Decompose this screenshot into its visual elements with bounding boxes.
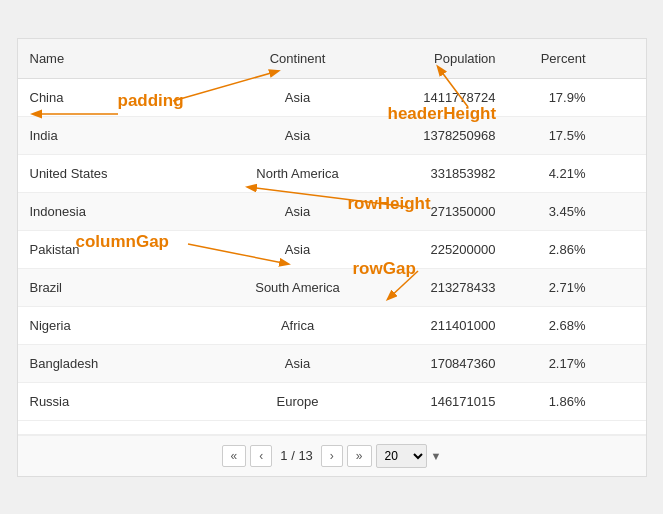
cell-continent: Europe <box>218 389 378 414</box>
header-percent: Percent <box>508 47 598 70</box>
table-container: padding headerHeight rowHeight columnGap… <box>17 38 647 477</box>
cell-population: 271350000 <box>378 199 508 224</box>
cell-name: India <box>18 123 218 148</box>
table-row: Russia Europe 146171015 1.86% <box>18 383 646 421</box>
cell-continent: Asia <box>218 199 378 224</box>
total-pages: 13 <box>298 448 312 463</box>
cell-percent: 17.5% <box>508 123 598 148</box>
last-page-button[interactable]: » <box>347 445 372 467</box>
cell-percent: 17.9% <box>508 85 598 110</box>
cell-population: 146171015 <box>378 389 508 414</box>
cell-continent: Africa <box>218 313 378 338</box>
cell-name: Brazil <box>18 275 218 300</box>
cell-percent: 3.45% <box>508 199 598 224</box>
cell-population: 1411778724 <box>378 85 508 110</box>
table-body: China Asia 1411778724 17.9% India Asia 1… <box>18 79 646 435</box>
header-population: Population <box>378 47 508 70</box>
cell-continent: Asia <box>218 237 378 262</box>
cell-continent: South America <box>218 275 378 300</box>
cell-name: Russia <box>18 389 218 414</box>
table-row: China Asia 1411778724 17.9% <box>18 79 646 117</box>
page-info: 1 / 13 <box>280 448 313 463</box>
pagination-bar: « ‹ 1 / 13 › » 20 50 100 ▼ <box>18 435 646 476</box>
table-row: India Asia 1378250968 17.5% <box>18 117 646 155</box>
table-header: Name Continent Population Percent <box>18 39 646 79</box>
cell-population: 211401000 <box>378 313 508 338</box>
empty-row <box>18 421 646 435</box>
cell-continent: Asia <box>218 85 378 110</box>
cell-percent: 2.86% <box>508 237 598 262</box>
cell-percent: 2.71% <box>508 275 598 300</box>
table-row: Bangladesh Asia 170847360 2.17% <box>18 345 646 383</box>
table-row: United States North America 331853982 4.… <box>18 155 646 193</box>
cell-population: 331853982 <box>378 161 508 186</box>
cell-name: China <box>18 85 218 110</box>
table-row: Nigeria Africa 211401000 2.68% <box>18 307 646 345</box>
cell-percent: 1.86% <box>508 389 598 414</box>
page-separator: / <box>291 448 295 463</box>
cell-continent: Asia <box>218 123 378 148</box>
first-page-button[interactable]: « <box>222 445 247 467</box>
cell-population: 1378250968 <box>378 123 508 148</box>
cell-name: Pakistan <box>18 237 218 262</box>
cell-continent: North America <box>218 161 378 186</box>
next-page-button[interactable]: › <box>321 445 343 467</box>
rows-per-page-select[interactable]: 20 50 100 <box>376 444 427 468</box>
cell-population: 213278433 <box>378 275 508 300</box>
table-row: Indonesia Asia 271350000 3.45% <box>18 193 646 231</box>
cell-percent: 2.17% <box>508 351 598 376</box>
cell-population: 225200000 <box>378 237 508 262</box>
table-row: Brazil South America 213278433 2.71% <box>18 269 646 307</box>
cell-population: 170847360 <box>378 351 508 376</box>
table-row: Pakistan Asia 225200000 2.86% <box>18 231 646 269</box>
cell-continent: Asia <box>218 351 378 376</box>
chevron-down-icon: ▼ <box>431 450 442 462</box>
cell-name: Bangladesh <box>18 351 218 376</box>
cell-name: United States <box>18 161 218 186</box>
cell-percent: 2.68% <box>508 313 598 338</box>
current-page: 1 <box>280 448 287 463</box>
prev-page-button[interactable]: ‹ <box>250 445 272 467</box>
cell-name: Indonesia <box>18 199 218 224</box>
cell-percent: 4.21% <box>508 161 598 186</box>
cell-name: Nigeria <box>18 313 218 338</box>
header-continent: Continent <box>218 47 378 70</box>
header-name: Name <box>18 47 218 70</box>
